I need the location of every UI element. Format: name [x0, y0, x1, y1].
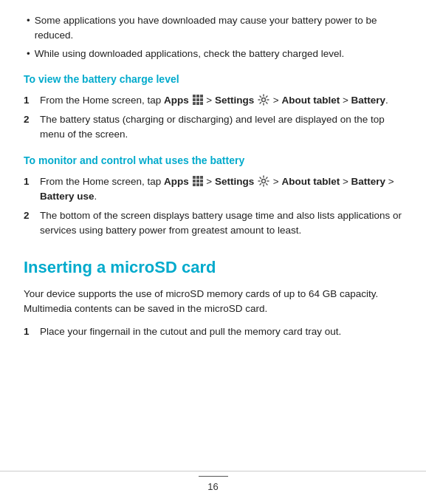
section2-item1-mid3: > [340, 176, 351, 187]
section2-item2-text: The bottom of the screen displays batter… [40, 208, 402, 239]
bullet-text-1: Some applications you have downloaded ma… [35, 13, 402, 44]
section2-list: 1 From the Home screen, tap Apps > Setti… [24, 174, 402, 239]
page-number-area: 16 [0, 471, 426, 494]
svg-rect-4 [196, 98, 199, 101]
svg-rect-15 [200, 180, 203, 183]
section2-battery-label: Battery [351, 176, 386, 187]
gear-icon-2 [258, 175, 269, 187]
section2-heading: To monitor and control what uses the bat… [24, 153, 402, 168]
svg-rect-16 [193, 183, 196, 186]
section2-item1-mid4: > [385, 176, 394, 187]
svg-rect-17 [196, 183, 199, 186]
section1-item1-mid1: > [206, 95, 215, 106]
section2-item1-mid2: > [273, 176, 282, 187]
svg-rect-5 [200, 98, 203, 101]
section1-item1-text: From the Home screen, tap Apps > Setting… [40, 93, 402, 108]
bullet-text-2: While using downloaded applications, che… [35, 47, 345, 61]
section1-item2-number: 2 [24, 112, 34, 127]
section2-item-2: 2 The bottom of the screen displays batt… [24, 208, 402, 239]
svg-rect-12 [200, 176, 203, 179]
apps-icon-1 [193, 95, 203, 105]
section2-about-label: About tablet [281, 176, 340, 187]
page-content: • Some applications you have downloaded … [0, 0, 426, 374]
gear-icon-1 [258, 94, 269, 106]
svg-rect-0 [193, 95, 196, 98]
section2-item1-before: From the Home screen, tap [40, 176, 164, 187]
svg-rect-18 [200, 183, 203, 186]
microsd-step1-text: Place your fingernail in the cutout and … [40, 324, 402, 339]
svg-rect-11 [196, 176, 199, 179]
section1-about-label: About tablet [281, 95, 340, 106]
page-number: 16 [207, 481, 218, 492]
svg-rect-3 [193, 98, 196, 101]
svg-rect-10 [193, 176, 196, 179]
svg-rect-7 [196, 102, 199, 105]
section1-apps-label: Apps [164, 95, 189, 106]
intro-paragraph: Your device supports the use of microSD … [24, 287, 402, 318]
svg-rect-2 [200, 95, 203, 98]
section2-item1-text: From the Home screen, tap Apps > Setting… [40, 174, 402, 205]
section1-heading: To view the battery charge level [24, 72, 402, 87]
section2-item2-number: 2 [24, 208, 34, 223]
section1-settings-label: Settings [215, 95, 254, 106]
section2-settings-label: Settings [215, 176, 254, 187]
section1-item1-before: From the Home screen, tap [40, 95, 164, 106]
section2-item1-punct: . [95, 191, 97, 202]
section1-battery-label: Battery [351, 95, 386, 106]
svg-rect-6 [193, 102, 196, 105]
section2-battery-use-label: Battery use [40, 191, 95, 202]
section1-item-2: 2 The battery status (charging or discha… [24, 112, 402, 143]
svg-point-9 [262, 98, 266, 102]
section1-item1-mid2: > [273, 95, 282, 106]
section2-item1-number: 1 [24, 174, 34, 189]
section2-item-1: 1 From the Home screen, tap Apps > Setti… [24, 174, 402, 205]
bullet-item-1: • Some applications you have downloaded … [27, 13, 402, 44]
section1-item1-mid3: > [340, 95, 351, 106]
page-number-line [199, 476, 228, 477]
section2-item1-mid1: > [206, 176, 215, 187]
svg-rect-13 [193, 180, 196, 183]
section1-item2-text: The battery status (charging or discharg… [40, 112, 402, 143]
svg-point-19 [262, 179, 266, 183]
section1-item1-number: 1 [24, 93, 34, 108]
svg-rect-14 [196, 180, 199, 183]
apps-icon-2 [193, 176, 203, 186]
svg-rect-1 [196, 95, 199, 98]
bullet-list: • Some applications you have downloaded … [24, 13, 402, 61]
microsd-step1: 1 Place your fingernail in the cutout an… [24, 324, 402, 339]
main-heading: Inserting a microSD card [24, 255, 402, 279]
bullet-dot-2: • [27, 47, 30, 61]
svg-rect-8 [200, 102, 203, 105]
bullet-item-2: • While using downloaded applications, c… [27, 47, 402, 61]
bullet-dot-1: • [27, 13, 30, 28]
microsd-step1-number: 1 [24, 324, 34, 339]
section1-item1-punct: . [385, 95, 388, 106]
section1-list: 1 From the Home screen, tap Apps > Setti… [24, 93, 402, 143]
section1-item-1: 1 From the Home screen, tap Apps > Setti… [24, 93, 402, 108]
section2-apps-label: Apps [164, 176, 189, 187]
